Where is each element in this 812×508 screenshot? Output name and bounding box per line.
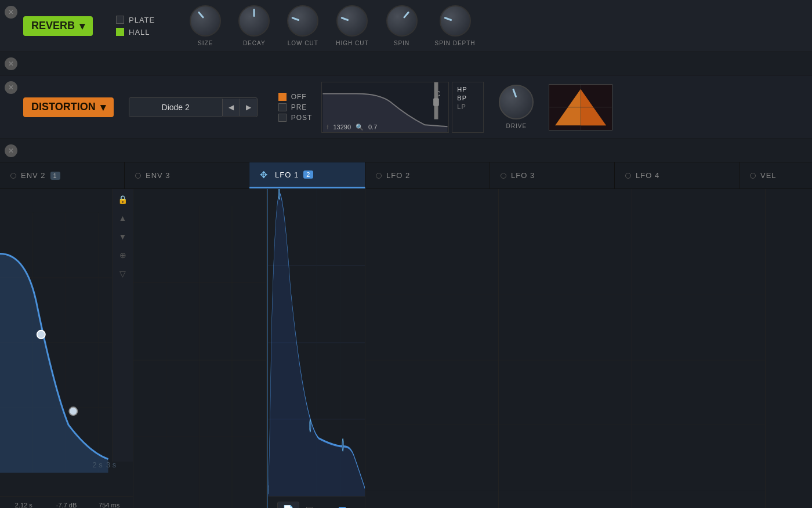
svg-point-34 <box>278 189 280 199</box>
lfo1-canvas <box>268 189 365 496</box>
reverb-section: ✕ REVERB ▾ PLATE HALL SIZE DECAY LOW CUT <box>0 0 812 52</box>
env2-controls: 2.12 s -7.7 dB 754 ms <box>0 496 133 508</box>
reverb-module-label[interactable]: REVERB ▾ <box>23 16 93 36</box>
lfo1-curve-svg <box>268 189 365 496</box>
section2-close-button[interactable]: ✕ <box>5 144 17 157</box>
lfo1-mode-button[interactable]: 📄 <box>277 502 299 508</box>
filter-f-icon: f <box>327 124 328 130</box>
svg-point-35 <box>309 420 311 431</box>
tab-lfo3[interactable]: LFO 3 <box>490 162 615 188</box>
reverb-knobs-row: SIZE DECAY LOW CUT HIGH CUT SPIN SPIN DE… <box>190 5 475 46</box>
reverb-plate-option[interactable]: PLATE <box>116 16 155 24</box>
knob-drive[interactable] <box>499 85 534 119</box>
knob-spin[interactable] <box>386 5 418 37</box>
svg-point-17 <box>69 407 77 415</box>
distortion-dropdown-arrow: ▾ <box>100 101 106 114</box>
svg-text:2 s: 2 s <box>92 460 103 469</box>
knob-spin-label: SPIN <box>394 40 409 46</box>
tab-env2[interactable]: ENV 2 1 <box>0 162 125 188</box>
env2-canvas: 2 s 3 s 🔒 ▲ ▼ ⊕ ▽ <box>0 189 133 496</box>
svg-text:3 s: 3 s <box>106 460 117 469</box>
filter-pre-row[interactable]: PRE <box>278 103 313 111</box>
vel-svg <box>766 189 812 508</box>
lfo2-svg <box>365 189 498 508</box>
lfo1-panel: 📄 TRIG BPM 1/8 Off Off 0.0 ENV ANCH <box>267 189 365 508</box>
knob-lowcut-label: LOW CUT <box>288 40 318 46</box>
tab-lfo4[interactable]: LFO 4 <box>615 162 740 188</box>
svg-rect-50 <box>766 230 812 491</box>
reverb-hall-option[interactable]: HALL <box>116 28 155 37</box>
filter-post-checkbox[interactable] <box>278 114 287 122</box>
reverb-plate-checkbox[interactable] <box>116 16 124 24</box>
tab-vel-dot <box>750 173 756 179</box>
tab-env3[interactable]: ENV 3 <box>125 162 249 188</box>
down-icon[interactable]: ▼ <box>119 232 127 241</box>
filter-off-row[interactable]: OFF <box>278 93 313 101</box>
vel-panel <box>766 189 812 508</box>
move-icon: ✥ <box>260 169 268 180</box>
filter-options: OFF PRE POST <box>278 93 313 122</box>
knob-spindepth[interactable] <box>440 5 471 37</box>
tab-lfo1-label: LFO 1 <box>275 170 299 179</box>
preset-next-button[interactable]: ▶ <box>240 99 257 116</box>
filter-post-row[interactable]: POST <box>278 114 313 122</box>
close-icon: ✕ <box>8 8 14 16</box>
tab-env3-label: ENV 3 <box>146 171 171 180</box>
dist-wave-display <box>549 84 612 130</box>
close-icon-4: ✕ <box>8 147 14 155</box>
empty-section-2: ✕ <box>0 139 812 162</box>
tab-env2-badge: 1 <box>50 172 60 180</box>
env2-val3: 754 ms <box>90 502 128 508</box>
distortion-preset-name: Diode 2 <box>129 98 222 117</box>
filter-lp-button[interactable]: LP <box>457 103 478 110</box>
filter-pre-checkbox[interactable] <box>278 103 287 111</box>
env2-sidebar: 🔒 ▲ ▼ ⊕ ▽ <box>112 189 133 462</box>
empty-section-1: ✕ <box>0 52 812 75</box>
distortion-label-text: DISTORTION <box>31 101 96 113</box>
section1-close-button[interactable]: ✕ <box>5 57 17 70</box>
distortion-close-button[interactable]: ✕ <box>5 81 17 94</box>
tab-lfo2-dot <box>376 173 382 179</box>
zoom-icon[interactable]: ⊕ <box>119 251 126 260</box>
env2-val1: 2.12 s <box>5 502 43 508</box>
up-icon[interactable]: ▲ <box>119 213 127 223</box>
preset-prev-button[interactable]: ◀ <box>222 99 240 116</box>
drive-label: DRIVE <box>506 123 527 129</box>
knob-lowcut[interactable] <box>287 5 318 37</box>
reverb-label-text: REVERB <box>31 20 75 32</box>
reverb-hall-checkbox[interactable] <box>116 28 124 36</box>
filter-pre-label: PRE <box>291 103 307 111</box>
knob-decay-label: DECAY <box>243 40 266 46</box>
tab-env2-dot <box>10 173 16 179</box>
tab-env2-label: ENV 2 <box>21 171 46 180</box>
knob-size[interactable] <box>190 5 221 37</box>
filter-off-label: OFF <box>291 93 307 101</box>
svg-point-16 <box>37 331 45 339</box>
distortion-module-label[interactable]: DISTORTION ▾ <box>23 97 114 117</box>
env3-curve-svg <box>133 189 266 508</box>
tab-vel[interactable]: VEL <box>740 162 812 188</box>
filter-eq-display: C f 13290 🔍 0.7 <box>321 82 449 133</box>
lock-icon[interactable]: 🔒 <box>118 195 128 204</box>
tab-lfo1[interactable]: ✥ LFO 1 2 <box>249 162 365 188</box>
close-icon-3: ✕ <box>8 84 14 92</box>
tab-vel-label: VEL <box>760 171 777 180</box>
tab-lfo2[interactable]: LFO 2 <box>365 162 490 188</box>
reverb-close-button[interactable]: ✕ <box>5 6 17 19</box>
tab-lfo4-dot <box>625 173 631 179</box>
reverb-options: PLATE HALL <box>116 16 155 37</box>
env3-panel <box>133 189 267 508</box>
knob-group-highcut: HIGH CUT <box>336 5 368 46</box>
svg-point-36 <box>342 439 344 451</box>
lfo3-svg <box>499 189 632 508</box>
filter-bp-button[interactable]: BP <box>457 95 478 101</box>
scroll-icon[interactable]: ▽ <box>119 269 126 278</box>
filter-off-checkbox[interactable] <box>278 93 287 101</box>
knob-group-spindepth: SPIN DEPTH <box>435 5 476 46</box>
knob-group-lowcut: LOW CUT <box>287 5 318 46</box>
knob-group-decay: DECAY <box>238 5 270 46</box>
svg-rect-3 <box>433 98 439 106</box>
filter-hp-button[interactable]: HP <box>457 86 478 93</box>
knob-highcut[interactable] <box>336 5 368 37</box>
knob-decay[interactable] <box>238 5 270 37</box>
